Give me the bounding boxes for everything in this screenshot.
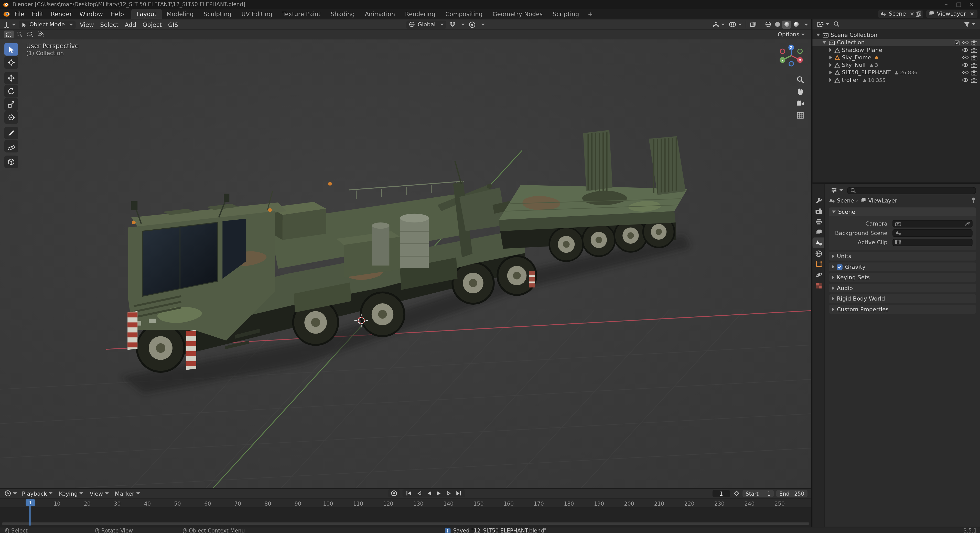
camera-visibility-toggle[interactable]: [970, 62, 977, 68]
properties-search-input[interactable]: [847, 187, 976, 194]
camera-visibility-toggle[interactable]: [970, 47, 977, 53]
collection-row[interactable]: Collection: [813, 39, 980, 46]
menu-item[interactable]: Keying: [56, 489, 86, 498]
pan-hand-icon[interactable]: [794, 86, 806, 96]
viewlayer-selector[interactable]: ViewLayer ×: [926, 10, 977, 18]
collection-checkbox[interactable]: [955, 40, 960, 45]
new-scene-icon[interactable]: [915, 11, 921, 17]
timeline-editor-icon-button[interactable]: [3, 489, 19, 498]
outliner-search-icon[interactable]: [831, 20, 842, 29]
tab-world[interactable]: [813, 248, 824, 259]
outliner-item-row[interactable]: troller 10 355: [813, 76, 980, 84]
end-frame-field[interactable]: End250: [776, 490, 808, 497]
play-reverse-button[interactable]: [424, 489, 434, 497]
navigation-gizmo[interactable]: Z X Y: [778, 42, 805, 69]
toggle-xray-button[interactable]: [748, 20, 759, 29]
tool-cursor[interactable]: [4, 56, 18, 69]
menu-item[interactable]: Help: [107, 9, 128, 19]
workspace-tab[interactable]: Modeling: [162, 9, 199, 19]
camera-field[interactable]: [892, 220, 972, 227]
maximize-button[interactable]: □: [953, 1, 965, 8]
ortho-grid-icon[interactable]: [794, 110, 806, 120]
select-mode-intersect-button[interactable]: [36, 31, 46, 38]
select-mode-subtract-button[interactable]: [25, 31, 35, 38]
show-gizmos-toggle[interactable]: [711, 20, 727, 29]
menu-item[interactable]: View: [77, 19, 97, 29]
expand-icon[interactable]: [829, 56, 832, 59]
outliner-item-row[interactable]: Sky_Null 3: [813, 61, 980, 68]
hide-eye-toggle[interactable]: [962, 62, 969, 68]
outliner-item-row[interactable]: SLT50_ELEPHANT 26 836: [813, 68, 980, 76]
close-button[interactable]: ×: [965, 1, 977, 8]
tool-move[interactable]: [4, 72, 18, 84]
shading-material-button[interactable]: [782, 20, 791, 29]
proportional-editing-toggle[interactable]: [467, 20, 477, 29]
tool-select-box[interactable]: [4, 43, 18, 56]
menu-item[interactable]: GIS: [165, 19, 181, 29]
tool-annotate[interactable]: [4, 127, 18, 139]
camera-visibility-toggle[interactable]: [970, 77, 977, 83]
tool-add-cube[interactable]: [4, 156, 18, 168]
blender-menu-icon[interactable]: [3, 10, 11, 18]
workspace-tab[interactable]: Geometry Nodes: [488, 9, 548, 19]
timeline-scrollbar[interactable]: [2, 522, 809, 525]
prev-keyframe-button[interactable]: [414, 489, 424, 497]
tool-measure[interactable]: [4, 140, 18, 153]
expand-icon[interactable]: [829, 63, 832, 67]
tool-scale[interactable]: [4, 98, 18, 111]
menu-item[interactable]: Object: [139, 19, 165, 29]
tool-rotate[interactable]: [4, 85, 18, 97]
hide-eye-toggle[interactable]: [962, 70, 969, 75]
properties-panel-section[interactable]: Gravity: [829, 263, 976, 271]
gizmo-z-label[interactable]: Z: [790, 45, 793, 50]
properties-panel-section[interactable]: Units: [829, 252, 976, 261]
shading-wireframe-button[interactable]: [763, 20, 773, 29]
auto-key-button[interactable]: [388, 489, 400, 497]
scene-collection-label[interactable]: Scene Collection: [830, 32, 877, 38]
menu-item[interactable]: Add: [122, 19, 139, 29]
current-frame-field[interactable]: 1: [713, 490, 730, 497]
camera-view-icon[interactable]: [794, 98, 806, 108]
outliner-filter-icon-button[interactable]: [962, 20, 977, 29]
menu-item[interactable]: Edit: [28, 9, 47, 19]
shading-options-dropdown[interactable]: [800, 20, 810, 29]
viewport-canvas[interactable]: User Perspective (1) Collection: [0, 40, 811, 488]
model-slt50-truck[interactable]: [88, 124, 725, 417]
object-name[interactable]: troller: [842, 77, 858, 83]
object-name[interactable]: Shadow_Plane: [842, 47, 882, 53]
scene-selector[interactable]: Scene ×: [878, 10, 923, 18]
expand-icon[interactable]: [816, 34, 820, 37]
zoom-icon[interactable]: [794, 74, 806, 84]
menu-item[interactable]: Playback: [19, 489, 56, 498]
workspace-tab[interactable]: Animation: [360, 9, 400, 19]
outliner-editor-icon-button[interactable]: [815, 20, 831, 29]
select-mode-extend-button[interactable]: [14, 31, 24, 38]
properties-panel-section[interactable]: Keying Sets: [829, 273, 976, 282]
hide-eye-toggle[interactable]: [962, 78, 969, 83]
timeline-track[interactable]: [0, 508, 811, 526]
workspace-tab[interactable]: Scripting: [548, 9, 584, 19]
pin-icon[interactable]: [970, 197, 976, 204]
tab-view-layer[interactable]: [813, 227, 824, 237]
expand-icon[interactable]: [822, 41, 826, 44]
tool-transform[interactable]: [4, 111, 18, 124]
object-name[interactable]: SLT50_ELEPHANT: [842, 69, 891, 76]
unlink-scene-button[interactable]: ×: [908, 11, 915, 17]
show-overlays-toggle[interactable]: [727, 20, 744, 29]
camera-visibility-toggle[interactable]: [970, 55, 977, 60]
start-frame-field[interactable]: Start1: [743, 490, 774, 497]
scene-panel-header[interactable]: Scene: [829, 207, 976, 216]
next-keyframe-button[interactable]: [444, 489, 454, 497]
menu-item[interactable]: Select: [97, 19, 122, 29]
collection-label[interactable]: Collection: [837, 40, 865, 46]
expand-icon[interactable]: [829, 71, 832, 75]
hide-eye-toggle[interactable]: [962, 55, 969, 60]
properties-panel-section[interactable]: Audio: [829, 284, 976, 292]
mode-selector[interactable]: Object Mode: [19, 20, 75, 29]
timeline-ruler[interactable]: 1020304050607080901001101201301401501601…: [0, 499, 811, 508]
camera-visibility-toggle[interactable]: [970, 40, 977, 45]
select-mode-new-button[interactable]: [4, 31, 14, 38]
outliner-item-row[interactable]: Shadow_Plane: [813, 46, 980, 54]
scene-collection-row[interactable]: Scene Collection: [813, 31, 980, 39]
tab-output[interactable]: [813, 216, 824, 227]
